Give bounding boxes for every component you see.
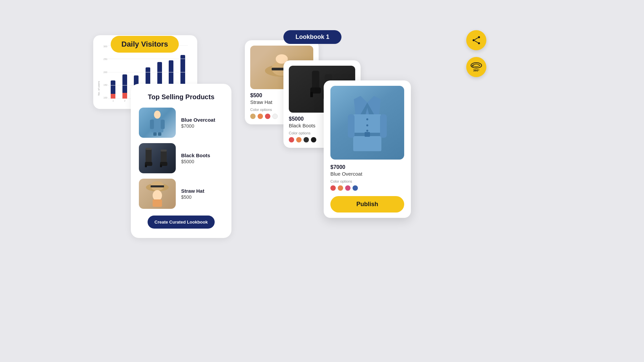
blue-overcoat-card-image <box>330 86 404 160</box>
color-dot <box>338 185 343 191</box>
daily-visitors-badge: Daily Visitors <box>111 36 179 53</box>
svg-rect-8 <box>161 150 167 164</box>
product-info-2: Black Boots $5000 <box>181 153 210 164</box>
color-dot <box>258 114 263 119</box>
svg-point-41 <box>366 124 368 126</box>
blue-overcoat-color-dots <box>330 185 404 191</box>
blue-overcoat-color-label: Color options <box>330 179 404 183</box>
color-dot <box>289 137 294 142</box>
product-image-boots <box>139 143 176 173</box>
svg-rect-31 <box>310 92 313 97</box>
create-lookbook-button[interactable]: Create Curated Lookbook <box>148 216 215 229</box>
svg-rect-18 <box>153 199 162 207</box>
svg-point-40 <box>366 118 368 120</box>
svg-rect-37 <box>365 132 370 137</box>
color-dot <box>250 114 256 119</box>
product-name-3: Straw Hat <box>181 188 204 194</box>
color-dot <box>330 185 336 191</box>
product-image-hat <box>139 179 176 209</box>
svg-rect-12 <box>145 165 147 167</box>
x-label-1: 1 <box>108 100 118 102</box>
lookbook-badge: Lookbook 1 <box>283 30 341 44</box>
product-item-3: Straw Hat $500 <box>139 179 223 209</box>
bar-group-1 <box>108 80 118 99</box>
svg-rect-6 <box>146 148 152 164</box>
products-title: Top Selling Products <box>139 93 223 101</box>
share-button[interactable] <box>466 30 486 50</box>
view-360-button[interactable]: 360° <box>466 57 486 77</box>
svg-point-17 <box>153 190 162 201</box>
blue-overcoat-name: Blue Overcoat <box>330 171 404 177</box>
product-image-blue-overcoat <box>139 108 176 138</box>
svg-point-21 <box>478 42 480 44</box>
product-item-2: Black Boots $5000 <box>139 143 223 173</box>
color-dot <box>311 137 316 142</box>
product-name-2: Black Boots <box>181 153 210 158</box>
svg-point-0 <box>154 111 161 119</box>
blue-overcoat-card: $7000 Blue Overcoat Color options Publis… <box>324 80 411 218</box>
svg-rect-38 <box>348 114 355 138</box>
svg-line-23 <box>475 41 478 43</box>
top-selling-card: Top Selling Products Blue Overcoat $7000 <box>131 84 231 238</box>
svg-rect-13 <box>160 165 162 167</box>
product-info-3: Straw Hat $500 <box>181 188 204 200</box>
product-price-2: $5000 <box>181 159 210 164</box>
lookbook-section: Lookbook 1 360° $500 Stra <box>245 20 480 322</box>
svg-rect-4 <box>153 132 157 136</box>
product-item-1: Blue Overcoat $7000 <box>139 108 223 138</box>
color-dot <box>265 114 270 119</box>
svg-rect-10 <box>146 148 152 150</box>
color-dot <box>353 185 358 191</box>
svg-point-42 <box>366 130 368 132</box>
publish-button[interactable]: Publish <box>330 196 404 213</box>
svg-point-19 <box>478 36 480 38</box>
svg-point-20 <box>473 39 475 41</box>
color-dot <box>304 137 309 142</box>
product-price-1: $7000 <box>181 123 215 129</box>
svg-rect-5 <box>158 132 161 136</box>
svg-rect-39 <box>380 114 387 138</box>
x-label-2: 2 <box>120 100 130 102</box>
svg-rect-11 <box>161 149 167 152</box>
svg-rect-2 <box>150 120 154 129</box>
color-dot <box>296 137 302 142</box>
svg-rect-16 <box>151 185 164 187</box>
product-info-1: Blue Overcoat $7000 <box>181 117 215 129</box>
color-dot <box>345 185 351 191</box>
bar-group-2 <box>120 74 130 99</box>
product-price-3: $500 <box>181 194 204 200</box>
svg-rect-3 <box>161 120 165 129</box>
svg-line-22 <box>475 38 478 40</box>
color-dot <box>272 114 278 119</box>
product-name-1: Blue Overcoat <box>181 117 215 123</box>
blue-overcoat-price: $7000 <box>330 164 404 170</box>
svg-rect-29 <box>312 71 319 89</box>
